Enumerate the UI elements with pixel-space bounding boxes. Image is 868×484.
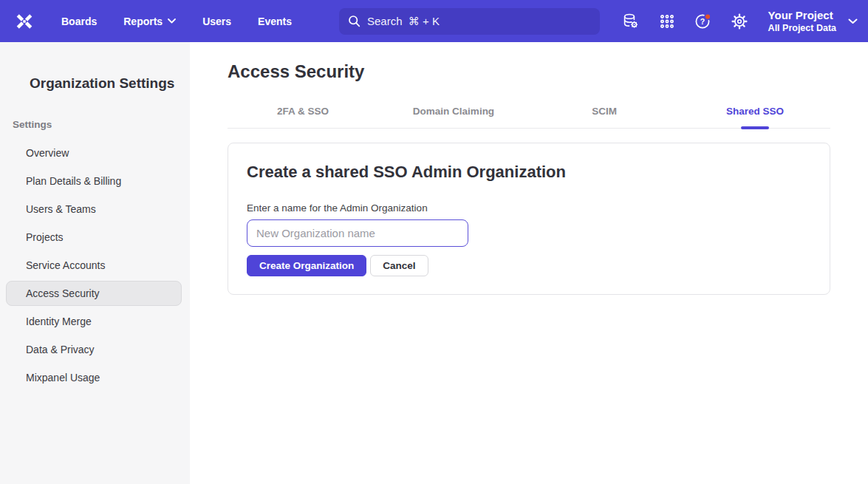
project-data-view: All Project Data — [768, 22, 836, 34]
nav-users[interactable]: Users — [202, 16, 231, 27]
nav-events[interactable]: Events — [258, 16, 292, 27]
sidebar-item-service-accounts[interactable]: Service Accounts — [6, 253, 182, 278]
top-navigation: Boards Reports Users Events — [61, 16, 292, 27]
cancel-button[interactable]: Cancel — [370, 255, 428, 276]
page-title: Access Security — [228, 61, 830, 82]
data-management-icon — [621, 12, 640, 30]
gear-icon — [731, 13, 748, 30]
tab-domain-claiming[interactable]: Domain Claiming — [378, 106, 529, 128]
main-content: Access Security 2FA & SSO Domain Claimin… — [190, 42, 868, 484]
sidebar-item-access-security[interactable]: Access Security — [6, 281, 182, 306]
tab-shared-sso[interactable]: Shared SSO — [680, 106, 830, 128]
sidebar-item-projects[interactable]: Projects — [6, 225, 182, 250]
sidebar-item-mixpanel-usage[interactable]: Mixpanel Usage — [6, 365, 182, 390]
org-name-input[interactable] — [247, 219, 468, 247]
settings-gear-button[interactable] — [730, 12, 749, 31]
project-selector[interactable]: Your Project All Project Data — [768, 8, 858, 34]
card-title: Create a shared SSO Admin Organization — [247, 163, 811, 182]
create-admin-org-card: Create a shared SSO Admin Organization E… — [228, 143, 830, 295]
sidebar-menu: Overview Plan Details & Billing Users & … — [0, 140, 190, 390]
sidebar-title: Organization Settings — [30, 75, 190, 92]
sidebar-section-label: Settings — [13, 119, 190, 130]
tab-2fa-sso[interactable]: 2FA & SSO — [228, 106, 378, 128]
sidebar-item-plan-details-billing[interactable]: Plan Details & Billing — [6, 168, 182, 194]
help-icon: ? — [694, 12, 713, 31]
tab-scim[interactable]: SCIM — [529, 106, 680, 128]
topbar-icon-group: ? — [621, 12, 749, 31]
search-icon — [348, 15, 360, 27]
org-name-field-label: Enter a name for the Admin Organization — [247, 202, 811, 214]
sidebar: Organization Settings Settings Overview … — [0, 42, 190, 484]
nav-reports[interactable]: Reports — [123, 16, 176, 27]
project-name: Your Project — [768, 8, 836, 22]
chevron-down-icon — [168, 18, 176, 24]
create-organization-button[interactable]: Create Organization — [247, 255, 366, 276]
mixpanel-logo-icon[interactable] — [13, 10, 36, 33]
data-management-button[interactable] — [621, 12, 640, 31]
tab-bar: 2FA & SSO Domain Claiming SCIM Shared SS… — [228, 106, 830, 129]
help-button[interactable]: ? — [694, 12, 713, 31]
sidebar-item-data-privacy[interactable]: Data & Privacy — [6, 337, 182, 362]
card-actions: Create Organization Cancel — [247, 255, 811, 276]
sidebar-item-identity-merge[interactable]: Identity Merge — [6, 309, 182, 334]
topbar: Boards Reports Users Events — [0, 0, 868, 42]
chevron-down-icon — [848, 18, 858, 24]
sidebar-item-users-teams[interactable]: Users & Teams — [6, 197, 182, 222]
search-input[interactable] — [367, 15, 591, 27]
search-bar[interactable] — [339, 8, 600, 35]
apps-grid-button[interactable] — [657, 12, 677, 31]
nav-boards[interactable]: Boards — [61, 16, 97, 27]
apps-grid-icon — [659, 13, 675, 30]
sidebar-item-overview[interactable]: Overview — [6, 140, 182, 166]
svg-text:?: ? — [700, 17, 704, 26]
